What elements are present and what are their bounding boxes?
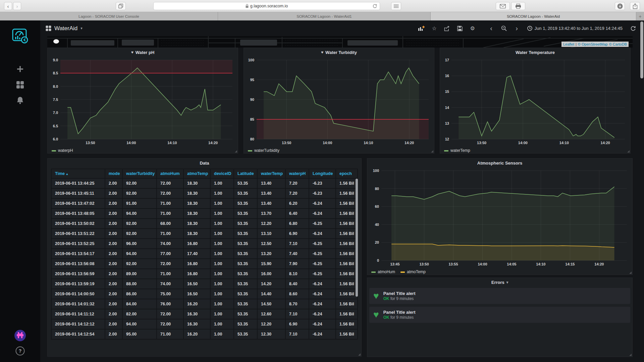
- table-cell: 1.00: [210, 269, 234, 279]
- table-cell: 1.56 Bil: [336, 249, 358, 259]
- column-header-deviceID[interactable]: deviceID: [210, 169, 234, 178]
- reload-button[interactable]: [372, 4, 377, 10]
- map-tiles: [47, 36, 633, 48]
- browser-tab-user-console[interactable]: Lagoon - SORACOM User Console: [0, 12, 218, 20]
- column-header-atmoHum[interactable]: atmoHum: [157, 169, 183, 178]
- refresh-button[interactable]: [627, 23, 639, 34]
- sidebar-item-dashboards[interactable]: [0, 81, 40, 89]
- sidebar-item-alerting[interactable]: [0, 96, 40, 104]
- panel-header-water-ph[interactable]: ♥ Water pH: [48, 48, 238, 57]
- leaflet-link[interactable]: Leaflet: [563, 42, 574, 46]
- panel-header-water-turbidity[interactable]: ♥ Water Turbidity: [244, 48, 434, 57]
- star-button[interactable]: ☆: [429, 23, 440, 34]
- column-header-atmoTemp[interactable]: atmoTemp: [183, 169, 210, 178]
- column-header-Latitude[interactable]: Latitude: [234, 169, 257, 178]
- svg-text:100: 100: [373, 169, 379, 173]
- column-header-waterpH[interactable]: waterpH: [285, 169, 309, 178]
- legend-item-waterTurbidity[interactable]: waterTurbidity: [248, 148, 279, 153]
- table-cell: 1.00: [210, 219, 234, 229]
- water-temperature-chart[interactable]: 13:5014:0014:1014:20121314151617: [441, 57, 629, 147]
- table-cell: 2019-06-01 13:56:08: [51, 259, 105, 269]
- column-header-Time[interactable]: Time ▲: [51, 169, 105, 178]
- settings-button[interactable]: ⚙: [467, 23, 478, 34]
- table-cell: 13.40: [257, 178, 285, 188]
- table-cell: 89.00: [122, 269, 157, 279]
- dashboard-title-button[interactable]: WaterAid ▾: [46, 25, 83, 32]
- mail-icon: [500, 4, 506, 8]
- time-back-button[interactable]: ‹: [486, 23, 497, 34]
- panel-resize-handle[interactable]: [358, 353, 361, 356]
- panel-header-data[interactable]: Data: [48, 159, 361, 167]
- table-cell: 1.00: [210, 198, 234, 208]
- lagoon-logo[interactable]: [0, 28, 40, 44]
- map-panel[interactable]: Leaflet | © OpenStreetMap © CartoDB: [47, 36, 633, 48]
- user-avatar[interactable]: [0, 329, 40, 342]
- browser-tab-wateraid1[interactable]: SORACOM Lagoon - WaterAid1: [218, 12, 431, 20]
- panel-atmospheric-sensors: Atmospheric Sensors 13:4513:5013:5514:00…: [367, 158, 633, 275]
- legend-swatch: [52, 150, 56, 152]
- water-ph-chart[interactable]: 13:5014:0014:1014:206.06.57.07.58.08.59.…: [49, 57, 236, 147]
- table-cell: 53.35: [234, 208, 257, 219]
- share-dashboard-button[interactable]: [441, 23, 453, 34]
- add-panel-button[interactable]: [416, 23, 427, 34]
- table-row: 2019-06-01 13:54:172.0094.0077.0017.401.…: [51, 249, 358, 259]
- legend-item-atmoHum[interactable]: atmoHum: [371, 269, 395, 274]
- column-header-epoch[interactable]: epoch: [336, 169, 358, 178]
- atmospheric-sensors-chart[interactable]: 13:4513:5013:5514:0014:0514:1014:1514:20…: [369, 167, 631, 268]
- save-button[interactable]: [454, 23, 466, 34]
- browser-tab-wateraid[interactable]: SORACOM Lagoon - WaterAid: [431, 12, 636, 20]
- download-icon: [617, 3, 623, 9]
- column-header-waterTemp[interactable]: waterTemp: [257, 169, 285, 178]
- table-cell: 53.35: [234, 178, 257, 188]
- legend-item-waterTemp[interactable]: waterTemp: [444, 148, 470, 153]
- column-header-mode[interactable]: mode: [105, 169, 122, 178]
- table-cell: 1.56 Bil: [336, 208, 358, 219]
- tab-overview-button[interactable]: [116, 2, 126, 10]
- table-cell: -6.25: [309, 239, 336, 249]
- panel-resize-handle[interactable]: [235, 150, 237, 153]
- panel-resize-handle[interactable]: [629, 354, 632, 356]
- time-range-picker[interactable]: Jun 1, 2019 13:42:40 to Jun 1, 2019 14:2…: [524, 23, 626, 34]
- table-cell: 2019-06-01 13:51:22: [51, 229, 105, 239]
- panel-header-water-temperature[interactable]: Water Temperature: [440, 48, 630, 57]
- table-scrollbar[interactable]: [356, 179, 358, 297]
- column-header-Longitude[interactable]: Longitude: [309, 169, 336, 178]
- page-scrollbar-thumb[interactable]: [640, 21, 643, 78]
- panel-header-errors[interactable]: Errors ▾: [367, 278, 632, 287]
- panel-header-atmospheric[interactable]: Atmospheric Sensors: [367, 159, 632, 167]
- osm-link[interactable]: © OpenStreetMap: [578, 42, 608, 46]
- water-turbidity-chart[interactable]: 13:5014:0014:1014:2080859095100: [245, 57, 433, 147]
- extensions-button[interactable]: [391, 2, 401, 10]
- table-cell: 2.00: [105, 239, 122, 249]
- table-cell: 1.56 Bil: [336, 178, 358, 188]
- table-row: 2019-06-01 13:52:252.0096.0074.0016.801.…: [51, 239, 358, 249]
- table-cell: 72.00: [157, 178, 183, 188]
- table-cell: 2019-06-01 13:45:11: [51, 188, 105, 198]
- downloads-button[interactable]: [615, 2, 625, 10]
- browser-share-button[interactable]: [630, 2, 640, 10]
- new-tab-button[interactable]: +: [636, 12, 644, 20]
- carto-link[interactable]: © CartoDB: [609, 42, 627, 46]
- table-cell: 53.35: [234, 188, 257, 198]
- table-cell: -6.25: [309, 249, 336, 259]
- panel-resize-handle[interactable]: [431, 150, 433, 153]
- legend-item-waterpH[interactable]: waterpH: [52, 148, 73, 153]
- panel-resize-handle[interactable]: [629, 272, 632, 274]
- alert-list-item[interactable]: ♥ Panel Title alert OK for 9 minutes: [369, 288, 630, 304]
- back-button[interactable]: ‹: [4, 2, 12, 10]
- sidebar-item-add[interactable]: [0, 65, 40, 73]
- print-button[interactable]: [511, 2, 525, 10]
- forward-button[interactable]: ›: [13, 2, 21, 10]
- panel-resize-handle[interactable]: [627, 150, 630, 153]
- zoom-out-button[interactable]: [498, 23, 510, 34]
- column-header-waterTurbidity[interactable]: waterTurbidity: [122, 169, 157, 178]
- time-forward-button[interactable]: ›: [511, 23, 523, 34]
- help-button[interactable]: ?: [0, 346, 40, 356]
- mail-button[interactable]: [496, 2, 510, 10]
- address-bar[interactable]: g.lagoon.soracom.io: [153, 2, 380, 10]
- alert-list-item[interactable]: ♥ Panel Title alert OK for 9 minutes: [369, 307, 630, 323]
- table-cell: 18.30: [183, 208, 210, 219]
- legend-item-atmoTemp[interactable]: atmoTemp: [400, 269, 426, 274]
- svg-text:13: 13: [445, 121, 449, 125]
- lagoon-logo-icon: [11, 28, 29, 44]
